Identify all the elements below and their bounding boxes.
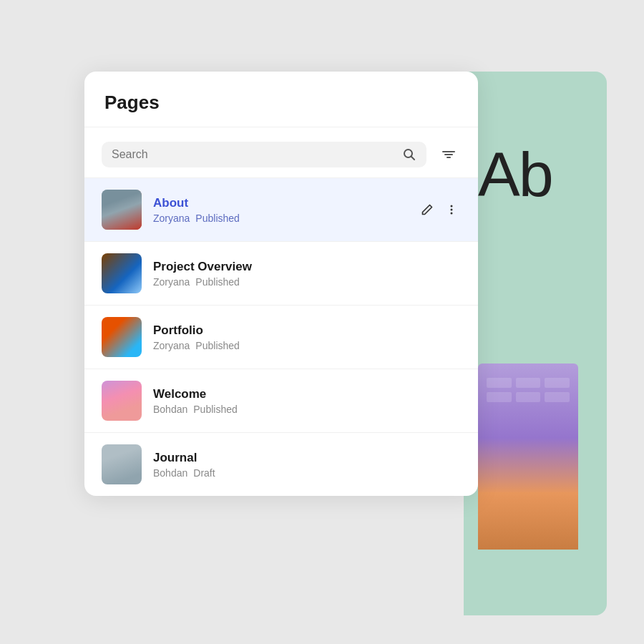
page-name-welcome: Welcome	[153, 387, 461, 401]
filter-button[interactable]	[436, 142, 461, 167]
page-meta-welcome: Bohdan Published	[153, 404, 461, 415]
svg-point-6	[451, 209, 453, 211]
page-name-project-overview: Project Overview	[153, 260, 461, 274]
page-author-welcome: Bohdan	[153, 404, 187, 415]
page-author-project-overview: Zoryana	[153, 276, 190, 288]
thumb-journal	[102, 444, 142, 484]
page-status-journal: Draft	[193, 467, 215, 479]
thumb-project-overview	[102, 253, 142, 293]
preview-title: Ab	[478, 143, 552, 206]
more-button-about[interactable]	[442, 200, 461, 219]
main-container: Pages	[84, 72, 643, 615]
page-meta-project-overview: Zoryana Published	[153, 276, 461, 288]
panel-title: Pages	[104, 92, 458, 114]
edit-button-about[interactable]	[418, 200, 436, 219]
pages-panel: Pages	[84, 72, 478, 496]
page-info-journal: Journal Bohdan Draft	[153, 451, 461, 479]
page-info-welcome: Welcome Bohdan Published	[153, 387, 461, 415]
window-5	[516, 392, 541, 402]
window-1	[487, 378, 512, 388]
page-status-portfolio: Published	[195, 340, 240, 351]
preview-building	[478, 364, 578, 550]
window-4	[487, 392, 512, 402]
window-3	[545, 378, 570, 388]
page-author-journal: Bohdan	[153, 467, 187, 479]
page-status-about: Published	[195, 213, 240, 224]
page-name-portfolio: Portfolio	[153, 323, 461, 338]
page-item-portfolio[interactable]: Portfolio Zoryana Published	[84, 306, 478, 369]
svg-line-1	[411, 157, 415, 160]
page-list: About Zoryana Published	[84, 178, 478, 496]
page-author-portfolio: Zoryana	[153, 340, 190, 351]
preview-panel: Ab	[464, 72, 607, 615]
search-icon	[402, 147, 416, 162]
page-info-project-overview: Project Overview Zoryana Published	[153, 260, 461, 288]
building-accent	[478, 492, 578, 550]
page-meta-about: Zoryana Published	[153, 213, 406, 224]
thumb-portfolio	[102, 317, 142, 357]
window-6	[545, 392, 570, 402]
page-name-about: About	[153, 196, 406, 210]
svg-point-7	[451, 213, 453, 215]
page-author-about: Zoryana	[153, 213, 190, 224]
page-item-journal[interactable]: Journal Bohdan Draft	[84, 433, 478, 496]
page-item-project-overview[interactable]: Project Overview Zoryana Published	[84, 242, 478, 306]
page-item-about[interactable]: About Zoryana Published	[84, 178, 478, 242]
thumb-about	[102, 190, 142, 230]
page-status-welcome: Published	[193, 404, 238, 415]
page-status-project-overview: Published	[195, 276, 240, 288]
search-input[interactable]	[112, 148, 396, 161]
page-info-portfolio: Portfolio Zoryana Published	[153, 323, 461, 351]
page-meta-portfolio: Zoryana Published	[153, 340, 461, 351]
building-windows	[478, 378, 578, 402]
panel-header: Pages	[84, 72, 478, 127]
page-item-welcome[interactable]: Welcome Bohdan Published	[84, 369, 478, 433]
page-info-about: About Zoryana Published	[153, 196, 406, 224]
thumb-welcome	[102, 381, 142, 421]
svg-point-5	[451, 205, 453, 208]
page-meta-journal: Bohdan Draft	[153, 467, 461, 479]
window-2	[516, 378, 541, 388]
page-name-journal: Journal	[153, 451, 461, 465]
search-input-wrap	[102, 142, 426, 167]
page-actions-about	[418, 200, 461, 219]
search-bar-row	[84, 127, 478, 178]
